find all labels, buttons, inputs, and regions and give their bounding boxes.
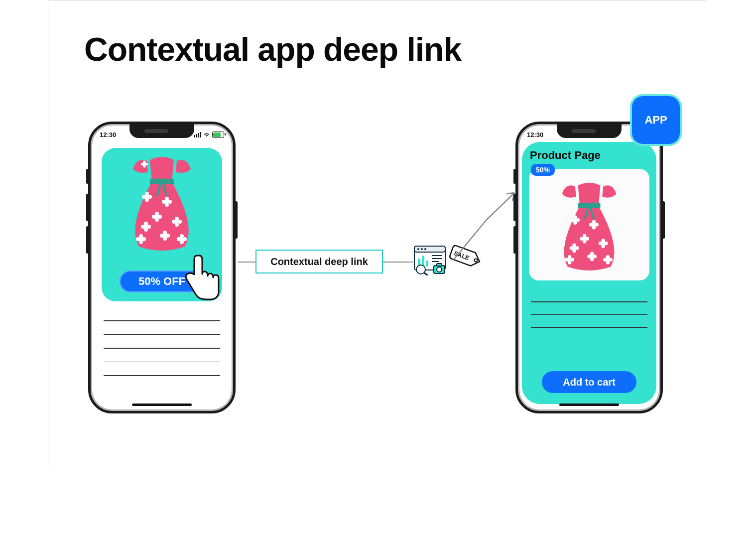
cellular-icon [194,132,201,137]
battery-icon [212,132,224,138]
dress-icon [552,177,627,272]
add-to-cart-button[interactable]: Add to cart [542,371,636,393]
diagram-card: Contextual app deep link 12:30 [48,0,706,468]
phone-time: 12:30 [100,131,116,138]
svg-point-8 [417,248,419,250]
svg-point-9 [421,248,423,250]
add-to-cart-label: Add to cart [563,377,616,388]
product-page-title: Product Page [530,149,601,162]
svg-rect-5 [150,179,174,184]
arrow-icon [452,185,521,269]
phone-app: 12:30 Product Page 50% [515,122,663,413]
deep-link-label: Contextual deep link [255,250,383,273]
connector-line [238,262,255,263]
diagram-title: Contextual app deep link [84,30,461,68]
product-card: 50% [529,169,649,280]
phone-screen: Product Page 50% [522,142,656,404]
app-badge-label: APP [644,114,667,127]
svg-rect-23 [578,203,601,208]
home-indicator [559,404,619,406]
placeholder-lines [531,289,647,340]
dress-icon [122,152,202,252]
svg-rect-21 [437,264,442,266]
phone-time: 12:30 [527,131,543,138]
phone-status-bar: 12:30 [100,130,224,139]
home-indicator [132,404,192,406]
wifi-icon [203,131,210,138]
connector-line [383,262,413,263]
app-badge: APP [632,96,680,144]
svg-rect-13 [426,261,428,267]
discount-badge: 50% [531,164,555,176]
svg-point-10 [424,248,426,250]
svg-point-20 [437,267,442,272]
deep-link-label-text: Contextual deep link [270,256,368,268]
hand-cursor-icon [176,252,226,301]
placeholder-lines [104,307,220,376]
svg-line-18 [424,272,428,275]
